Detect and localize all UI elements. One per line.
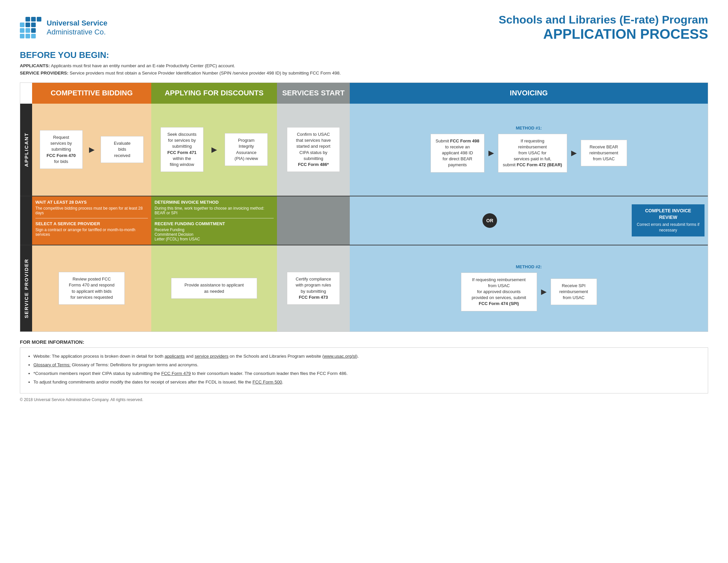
wait-title: WAIT AT LEAST 28 DAYS [35,200,148,205]
select-desc: Sign a contract or arrange for tarriffed… [35,227,148,237]
apply-sub-col1: Seek discounts for services by submittin… [155,126,209,173]
arrow-icon5: ▶ [541,288,547,296]
logo-icon [20,17,41,38]
or-circle: OR [482,213,497,228]
arrow-icon3: ▶ [488,149,494,157]
applicant-apply-cell: Seek discounts for services by submittin… [151,104,277,196]
apply-sub-col2: Program Integrity Assurance (PIA) review [220,126,273,173]
method2-label: METHOD #2: [353,264,705,269]
applicant-services-cell: Confirm to USAC that services have start… [277,104,350,196]
page-header: Universal Service Administrative Co. Sch… [20,13,708,42]
footer-section: FOR MORE INFORMATION: Website: The appli… [20,339,708,402]
sp-apply-cell: Provide assistance to applicant as neede… [151,245,277,332]
sp-apply-top: DETERMINE INVOICE METHOD During this tim… [151,196,277,245]
arrow-icon: ▶ [89,129,95,170]
footer-list: Website: The application process is brok… [27,353,701,386]
col-header-applying: APPLYING FOR DISCOUNTS [151,83,277,103]
sp-label-spacer [20,196,32,245]
page-title: Schools and Libraries (E-rate) Program A… [499,13,708,42]
arrow-icon4: ▶ [571,149,577,157]
before-section: BEFORE YOU BEGIN: APPLICANTS: Applicants… [20,50,708,76]
applicant-invoicing-cell: METHOD #1: Submit FCC Form 498 to receiv… [350,104,708,196]
fcc-form-486-box: Confirm to USAC that services have start… [287,127,340,172]
fcc-form-471-box: Seek discounts for services by submittin… [160,127,204,172]
footer-bullet4: To adjust funding commitments and/or mod… [33,379,701,386]
applicant-label: APPLICANT [20,104,32,196]
apply-sub-row: Seek discounts for services by submittin… [155,126,273,173]
copyright-text: © 2018 Universal Service Administrative … [20,398,708,402]
wait-desc: The competitive bidding process must be … [35,206,148,215]
more-info-label: FOR MORE INFORMATION: [20,339,708,345]
sp-row-label: SERVICE PROVIDER [20,245,32,332]
sp-services-cell: Certify compliance with program rules by… [277,245,350,332]
sp-comp-bid-cell: Review posted FCC Forms 470 and respond … [32,245,151,332]
header-spacer [20,83,32,103]
sp-invoicing-cell: METHOD #2: If requesting reimbursement f… [350,245,708,332]
spi-reimbursement-box: Receive SPI reimbursement from USAC [551,278,597,305]
method1-label: METHOD #1: [353,125,705,130]
arrow-icon2: ▶ [211,126,217,173]
complete-invoice-review: COMPLETE INVOICE REVIEW Correct errors a… [632,204,705,236]
fcc-form-470-box: Request services by submitting FCC Form … [40,130,83,169]
service-provider-bottom-row: SERVICE PROVIDER Review posted FCC Forms… [20,245,708,332]
before-text: APPLICANTS: Applicants must first have a… [20,62,708,76]
pia-review-box: Program Integrity Assurance (PIA) review [225,133,268,166]
fcc-form-474-box: If requesting reimbursement from USAC fo… [461,272,537,311]
process-diagram: COMPETITIVE BIDDING APPLYING FOR DISCOUN… [20,82,708,332]
divider1 [35,218,148,218]
applicant-row: APPLICANT Request services by submitting… [20,104,708,196]
comp-bid-sub-col1: Request services by submitting FCC Form … [36,129,86,170]
det-invoice-title: DETERMINE INVOICE METHOD [155,200,274,205]
invoicing-sp-inner: METHOD #2: If requesting reimbursement f… [353,264,705,313]
invoicing-applicant-inner: METHOD #1: Submit FCC Form 498 to receiv… [353,125,705,174]
col-header-invoicing: INVOICING [350,83,708,103]
footer-bullet1: Website: The application process is brok… [33,353,701,360]
fcc-form-472-box: If requesting reimbursement from USAC fo… [498,134,567,172]
bear-reimbursement-box: Receive BEAR reimbursement from USAC [581,140,627,166]
logo-text: Universal Service Administrative Co. [47,19,107,36]
comp-bid-sub-col2: Evaluate bids received [97,129,148,170]
footer-bullet2: Glossary of Terms: Glossary of Terms: De… [33,362,701,368]
footer-info-box: Website: The application process is brok… [20,348,708,394]
divider2 [155,218,274,218]
comp-bid-sub-row: Request services by submitting FCC Form … [36,129,147,170]
evaluate-bids-box: Evaluate bids received [101,136,144,163]
recv-funding-title: RECEIVE FUNDING COMMITMENT [155,221,274,226]
footer-bullet3: *Consortium members report their CIPA st… [33,370,701,377]
column-headers: COMPETITIVE BIDDING APPLYING FOR DISCOUN… [20,83,708,103]
fcc-form-473-box: Certify compliance with program rules by… [287,272,340,305]
sp-invoicing-top: OR COMPLETE INVOICE REVIEW Correct error… [350,196,708,245]
select-title: SELECT A SERVICE PROVIDER [35,221,148,226]
before-heading: BEFORE YOU BEGIN: [20,50,708,60]
col-header-services: SERVICES START [277,83,350,103]
col-header-competitive-bidding: COMPETITIVE BIDDING [32,83,151,103]
logo-area: Universal Service Administrative Co. [20,17,107,38]
sp-review-bids-box: Review posted FCC Forms 470 and respond … [59,272,125,305]
method1-boxes: Submit FCC Form 498 to receive an applic… [353,132,705,174]
fcc-form-498-box: Submit FCC Form 498 to receive an applic… [431,134,484,172]
method2-boxes: If requesting reimbursement from USAC fo… [353,271,705,313]
sp-services-top [277,196,350,245]
sp-assist-box: Provide assistance to applicant as neede… [171,278,257,299]
det-invoice-desc: During this time, work together to choos… [155,206,274,215]
service-provider-row: WAIT AT LEAST 28 DAYS The competitive bi… [20,196,708,245]
applicant-comp-bid-cell: Request services by submitting FCC Form … [32,104,151,196]
sp-comp-bid-top: WAIT AT LEAST 28 DAYS The competitive bi… [32,196,151,245]
